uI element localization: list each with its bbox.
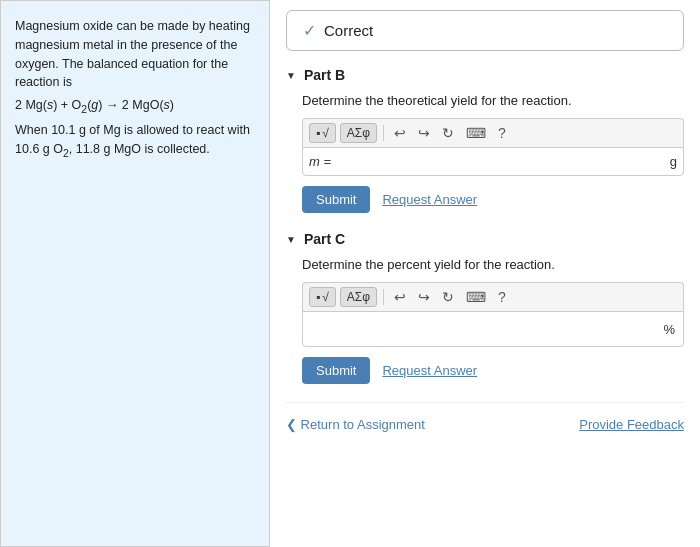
alpha-symbol: ΑΣφ	[347, 126, 370, 140]
problem-text-line2: When 10.1 g of Mg is allowed to react wi…	[15, 121, 255, 161]
redo-icon2: ↪	[418, 289, 430, 305]
part-b-unit: g	[670, 154, 677, 169]
question-icon2: ?	[498, 289, 506, 305]
part-b-input-row: m = g	[302, 147, 684, 176]
part-b-redo-button[interactable]: ↪	[414, 123, 434, 143]
keyboard-icon: ⌨	[466, 125, 486, 141]
refresh-icon2: ↻	[442, 289, 454, 305]
part-c-unit: %	[663, 322, 675, 337]
part-c-header[interactable]: ▼ Part C	[286, 231, 684, 247]
part-b-keyboard-button[interactable]: ⌨	[462, 123, 490, 143]
keyboard-icon2: ⌨	[466, 289, 486, 305]
toolbar-sep2	[383, 289, 384, 305]
part-c-help-button[interactable]: ?	[494, 287, 510, 307]
undo-icon: ↩	[394, 125, 406, 141]
question-icon: ?	[498, 125, 506, 141]
part-c-request-answer-button[interactable]: Request Answer	[382, 363, 477, 378]
alpha-symbol2: ΑΣφ	[347, 290, 370, 304]
provide-feedback-link[interactable]: Provide Feedback	[579, 417, 684, 432]
part-b-arrow-icon: ▼	[286, 70, 296, 81]
part-c-undo-button[interactable]: ↩	[390, 287, 410, 307]
problem-text-line1: Magnesium oxide can be made by heating m…	[15, 17, 255, 92]
image-icon: ▪	[316, 126, 320, 140]
part-b-help-button[interactable]: ?	[494, 123, 510, 143]
right-panel: ✓ Correct ▼ Part B Determine the theoret…	[270, 0, 700, 547]
part-b-header[interactable]: ▼ Part B	[286, 67, 684, 83]
refresh-icon: ↻	[442, 125, 454, 141]
part-b-undo-button[interactable]: ↩	[390, 123, 410, 143]
part-c-label: Part C	[304, 231, 345, 247]
sqrt-symbol2: √	[322, 290, 329, 304]
part-c-section: ▼ Part C Determine the percent yield for…	[286, 231, 684, 384]
sqrt-symbol: √	[322, 126, 329, 140]
part-c-input-row: %	[302, 311, 684, 347]
part-c-keyboard-button[interactable]: ⌨	[462, 287, 490, 307]
part-c-action-row: Submit Request Answer	[302, 357, 684, 384]
part-c-description: Determine the percent yield for the reac…	[302, 257, 684, 272]
part-c-sqrt-button[interactable]: ▪ √	[309, 287, 336, 307]
toolbar-sep1	[383, 125, 384, 141]
part-b-toolbar: ▪ √ ΑΣφ ↩ ↪ ↻ ⌨	[302, 118, 684, 147]
part-b-content: Determine the theoretical yield for the …	[286, 93, 684, 213]
problem-equation: 2 Mg(s) + O2(g) → 2 MgO(s)	[15, 96, 255, 117]
image-icon2: ▪	[316, 290, 320, 304]
part-c-arrow-icon: ▼	[286, 234, 296, 245]
part-b-refresh-button[interactable]: ↻	[438, 123, 458, 143]
part-b-input[interactable]	[337, 152, 664, 171]
part-b-alpha-button[interactable]: ΑΣφ	[340, 123, 377, 143]
check-icon: ✓	[303, 21, 316, 40]
redo-icon: ↪	[418, 125, 430, 141]
part-b-label: Part B	[304, 67, 345, 83]
correct-label: Correct	[324, 22, 373, 39]
part-c-alpha-button[interactable]: ΑΣφ	[340, 287, 377, 307]
part-c-redo-button[interactable]: ↪	[414, 287, 434, 307]
part-c-content: Determine the percent yield for the reac…	[286, 257, 684, 384]
undo-icon2: ↩	[394, 289, 406, 305]
part-b-description: Determine the theoretical yield for the …	[302, 93, 684, 108]
correct-banner: ✓ Correct	[286, 10, 684, 51]
problem-description-panel: Magnesium oxide can be made by heating m…	[0, 0, 270, 547]
part-c-refresh-button[interactable]: ↻	[438, 287, 458, 307]
part-b-section: ▼ Part B Determine the theoretical yield…	[286, 67, 684, 213]
part-b-sqrt-button[interactable]: ▪ √	[309, 123, 336, 143]
part-b-action-row: Submit Request Answer	[302, 186, 684, 213]
part-c-toolbar: ▪ √ ΑΣφ ↩ ↪ ↻ ⌨	[302, 282, 684, 311]
return-to-assignment-link[interactable]: ❮ Return to Assignment	[286, 417, 425, 432]
part-b-request-answer-button[interactable]: Request Answer	[382, 192, 477, 207]
part-c-submit-button[interactable]: Submit	[302, 357, 370, 384]
bottom-bar: ❮ Return to Assignment Provide Feedback	[286, 402, 684, 432]
part-b-input-label: m =	[309, 154, 331, 169]
part-c-input[interactable]	[303, 312, 655, 346]
part-b-submit-button[interactable]: Submit	[302, 186, 370, 213]
